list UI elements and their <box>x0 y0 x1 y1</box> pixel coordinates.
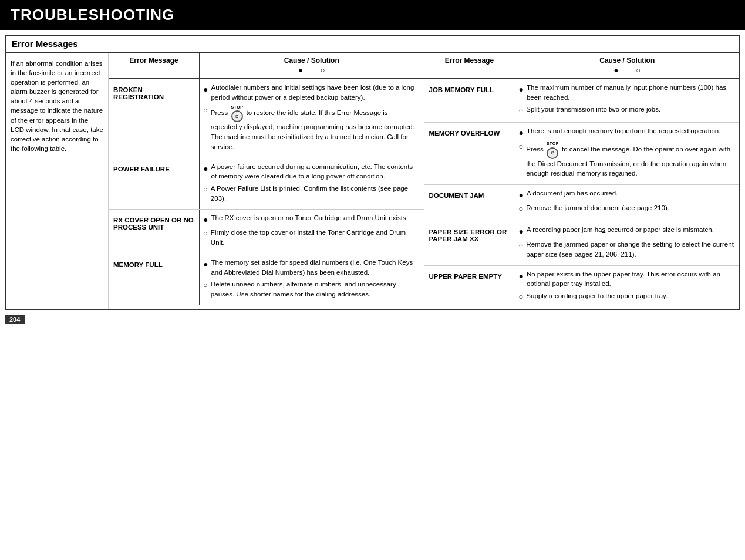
solutions-memory-full: ● The memory set aside for speed dial nu… <box>200 254 424 305</box>
solutions-memory-overflow: ● There is not enough memory to perform … <box>515 123 740 184</box>
list-item: ● No paper exists in the upper paper tra… <box>519 269 736 289</box>
empty-bullet-icon: ○ <box>519 240 524 251</box>
table-row: PAPER SIZE ERROR OR PAPER JAM XX ● A rec… <box>424 221 740 266</box>
empty-bullet-icon: ○ <box>321 66 325 75</box>
filled-bullet-icon: ● <box>519 127 524 139</box>
right-error-table: Error Message Cause / Solution ● ○ <box>424 53 740 309</box>
table-row: MEMORY FULL ● The memory set aside for s… <box>109 254 424 305</box>
table-row: POWER FAILURE ● A power failure occurred… <box>109 158 424 210</box>
list-item: ○ Press STOP ⊘ to restore the idle state… <box>203 104 420 151</box>
error-name-document-jam: DOCUMENT JAM <box>424 185 515 221</box>
filled-bullet-icon: ● <box>519 189 524 201</box>
list-item: ○ Remove the jammed document (see page 2… <box>519 203 736 215</box>
page-title: TROUBLESHOOTING <box>11 6 734 24</box>
table-row: RX COVER OPEN OR NO PROCESS UNIT ● The R… <box>109 210 424 254</box>
error-name-rx-cover: RX COVER OPEN OR NO PROCESS UNIT <box>109 210 200 254</box>
table-row: MEMORY OVERFLOW ● There is not enough me… <box>424 123 740 185</box>
list-item: ● The RX cover is open or no Toner Cartr… <box>203 213 420 225</box>
list-item: ● A power failure occurred during a comm… <box>203 162 420 181</box>
empty-bullet-icon: ○ <box>519 204 524 215</box>
list-item: ○ Split your transmission into two or mo… <box>519 104 736 116</box>
right-table-header: Error Message Cause / Solution ● ○ <box>424 53 740 79</box>
error-name-upper-paper-empty: UPPER PAPER EMPTY <box>424 266 515 309</box>
filled-bullet-icon: ● <box>519 270 524 282</box>
main-layout: If an abnormal condition arises in the f… <box>6 53 739 309</box>
error-name-paper-size-error: PAPER SIZE ERROR OR PAPER JAM XX <box>424 221 515 265</box>
section-header: Error Messages <box>6 36 739 53</box>
left-header-icons: ● ○ <box>204 66 419 75</box>
table-row: DOCUMENT JAM ● A document jam has occurr… <box>424 185 740 221</box>
left-error-table: Error Message Cause / Solution ● ○ <box>109 53 424 309</box>
intro-column: If an abnormal condition arises in the f… <box>6 53 109 309</box>
solutions-power-failure: ● A power failure occurred during a comm… <box>200 158 424 210</box>
list-item: ● The memory set aside for speed dial nu… <box>203 258 420 277</box>
list-item: ○ A Power Failure List is printed. Confi… <box>203 184 420 203</box>
solutions-rx-cover: ● The RX cover is open or no Toner Cartr… <box>200 210 424 254</box>
error-name-broken-reg: BROKEN REGISTRATION <box>109 79 200 158</box>
empty-bullet-icon: ○ <box>519 141 524 153</box>
page-header: TROUBLESHOOTING <box>0 0 745 30</box>
error-name-memory-overflow: MEMORY OVERFLOW <box>424 123 515 184</box>
filled-bullet-icon: ● <box>613 66 618 75</box>
filled-bullet-icon: ● <box>298 66 303 75</box>
left-header-error-msg: Error Message <box>109 53 200 78</box>
stop-button-icon: STOP ⊘ <box>547 141 559 158</box>
list-item: ● A document jam has occurred. <box>519 188 736 201</box>
table-row: UPPER PAPER EMPTY ● No paper exists in t… <box>424 266 740 309</box>
list-item: ● The maximum number of manually input p… <box>519 83 736 102</box>
left-header-cause-sol: Cause / Solution ● ○ <box>200 53 424 78</box>
right-header-icons: ● ○ <box>520 66 735 75</box>
filled-bullet-icon: ● <box>203 258 208 270</box>
list-item: ● There is not enough memory to perform … <box>519 126 736 139</box>
right-header-cause-sol: Cause / Solution ● ○ <box>515 53 740 78</box>
list-item: ○ Remove the jammed paper or change the … <box>519 239 736 259</box>
solutions-job-memory-full: ● The maximum number of manually input p… <box>515 79 740 122</box>
page-wrapper: TROUBLESHOOTING Error Messages If an abn… <box>0 0 745 329</box>
error-name-job-memory-full: JOB MEMORY FULL <box>424 79 515 122</box>
filled-bullet-icon: ● <box>203 214 208 225</box>
intro-text: If an abnormal condition arises in the f… <box>11 59 103 153</box>
empty-bullet-icon: ○ <box>519 105 524 116</box>
page-number: 204 <box>5 315 25 324</box>
list-item: ○ Delete unneed numbers, alternate numbe… <box>203 279 420 299</box>
empty-bullet-icon: ○ <box>636 66 641 75</box>
tables-wrapper: Error Message Cause / Solution ● ○ <box>109 53 739 309</box>
list-item: ● Autodialer numbers and initial setting… <box>203 83 420 102</box>
solutions-broken-reg: ● Autodialer numbers and initial setting… <box>200 79 424 158</box>
table-row: BROKEN REGISTRATION ● Autodialer numbers… <box>109 79 424 158</box>
solutions-paper-size-error: ● A recording paper jam has occurred or … <box>515 221 740 265</box>
right-header-error-msg: Error Message <box>424 53 515 78</box>
empty-bullet-icon: ○ <box>203 228 208 239</box>
solutions-upper-paper-empty: ● No paper exists in the upper paper tra… <box>515 266 740 309</box>
page-footer: 204 <box>0 315 745 329</box>
filled-bullet-icon: ● <box>203 163 208 174</box>
stop-button-icon: STOP ⊘ <box>231 104 243 122</box>
empty-bullet-icon: ○ <box>203 105 208 116</box>
filled-bullet-icon: ● <box>203 83 208 95</box>
error-name-memory-full: MEMORY FULL <box>109 254 200 305</box>
page-content: Error Messages If an abnormal condition … <box>5 35 740 310</box>
list-item: ○ Supply recording paper to the upper pa… <box>519 291 736 303</box>
table-row: JOB MEMORY FULL ● The maximum number of … <box>424 79 740 123</box>
error-name-power-failure: POWER FAILURE <box>109 158 200 210</box>
section-title: Error Messages <box>12 39 733 49</box>
left-table-header: Error Message Cause / Solution ● ○ <box>109 53 424 79</box>
filled-bullet-icon: ● <box>519 225 524 237</box>
list-item: ○ Firmly close the top cover or install … <box>203 228 420 247</box>
empty-bullet-icon: ○ <box>519 292 524 303</box>
empty-bullet-icon: ○ <box>203 280 208 291</box>
empty-bullet-icon: ○ <box>203 184 208 195</box>
solutions-document-jam: ● A document jam has occurred. ○ Remove … <box>515 185 740 221</box>
filled-bullet-icon: ● <box>519 83 524 95</box>
list-item: ● A recording paper jam has occurred or … <box>519 225 736 237</box>
list-item: ○ Press STOP ⊘ to cancel the message. Do… <box>519 141 736 178</box>
